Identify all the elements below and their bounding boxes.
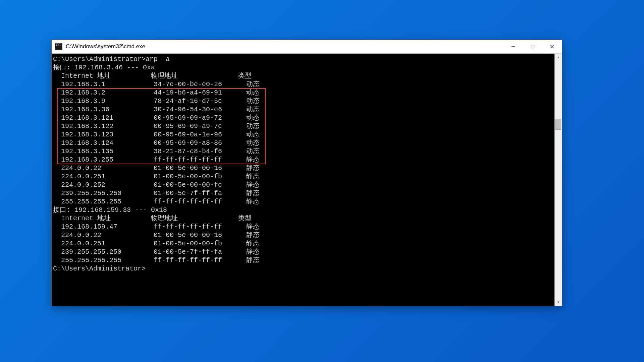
arp-row: 239.255.255.250 01-00-5e-7f-ff-fa 静态	[53, 248, 554, 256]
arp-row: 192.168.3.135 38-21-87-c8-b4-f6 动态	[53, 147, 554, 156]
arp-row: 255.255.255.255 ff-ff-ff-ff-ff-ff 静态	[53, 256, 554, 264]
arp-row: 192.168.3.124 00-95-69-09-a8-86 动态	[53, 139, 554, 147]
terminal-output[interactable]: C:\Users\Administrator>arp -a接口: 192.168…	[52, 54, 554, 306]
arp-row: 224.0.0.251 01-00-5e-00-00-fb 静态	[53, 172, 554, 181]
interface-header: 接口: 192.168.3.46 --- 0xa	[53, 63, 554, 72]
prompt-line: C:\Users\Administrator>arp -a	[53, 55, 554, 63]
close-button[interactable]	[542, 40, 562, 53]
arp-row: 239.255.255.250 01-00-5e-7f-ff-fa 静态	[53, 189, 554, 197]
vertical-scrollbar[interactable]: ▴ ▾	[554, 54, 562, 306]
cmd-window: C:\Windows\system32\cmd.exe C:\Users\Adm…	[51, 40, 562, 306]
minimize-button[interactable]	[503, 40, 523, 53]
arp-row: 192.168.3.255 ff-ff-ff-ff-ff-ff 静态	[53, 156, 554, 164]
arp-columns-header: Internet 地址 物理地址 类型	[53, 72, 554, 80]
arp-row: 224.0.0.251 01-00-5e-00-00-fb 静态	[53, 239, 554, 248]
prompt-line: C:\Users\Administrator>	[53, 264, 554, 273]
arp-row: 192.168.3.121 00-95-69-09-a9-72 动态	[53, 114, 554, 122]
scroll-down-arrow-icon[interactable]: ▾	[555, 299, 562, 306]
window-title: C:\Windows\system32\cmd.exe	[66, 43, 145, 50]
arp-row: 192.168.3.123 00-95-69-0a-1e-96 动态	[53, 130, 554, 139]
svg-rect-1	[531, 45, 534, 48]
interface-header: 接口: 192.168.159.33 --- 0x18	[53, 206, 554, 214]
arp-row: 224.0.0.22 01-00-5e-00-00-16 静态	[53, 231, 554, 239]
arp-row: 192.168.3.1 34-7e-00-be-e0-26 动态	[53, 80, 554, 88]
maximize-icon	[531, 45, 535, 49]
arp-row: 192.168.3.122 00-95-69-09-a9-7c 动态	[53, 122, 554, 130]
arp-row: 224.0.0.22 01-00-5e-00-00-16 静态	[53, 164, 554, 172]
window-controls	[503, 40, 562, 53]
titlebar-left: C:\Windows\system32\cmd.exe	[52, 43, 145, 50]
arp-row: 192.168.159.47 ff-ff-ff-ff-ff-ff 静态	[53, 223, 554, 231]
cmd-icon	[55, 43, 62, 50]
client-area: C:\Users\Administrator>arp -a接口: 192.168…	[52, 54, 562, 306]
minimize-icon	[511, 45, 515, 49]
arp-columns-header: Internet 地址 物理地址 类型	[53, 214, 554, 223]
scroll-thumb[interactable]	[555, 119, 561, 130]
arp-row: 224.0.0.252 01-00-5e-00-00-fc 静态	[53, 181, 554, 189]
maximize-button[interactable]	[523, 40, 542, 53]
titlebar[interactable]: C:\Windows\system32\cmd.exe	[52, 40, 562, 54]
arp-row: 255.255.255.255 ff-ff-ff-ff-ff-ff 静态	[53, 197, 554, 206]
arp-row: 192.168.3.9 78-24-af-16-d7-5c 动态	[53, 97, 554, 105]
close-icon	[550, 45, 554, 49]
arp-row: 192.168.3.36 30-74-96-54-30-e6 动态	[53, 105, 554, 114]
arp-row: 192.168.3.2 44-19-b6-a4-69-91 动态	[53, 88, 554, 97]
scroll-up-arrow-icon[interactable]: ▴	[555, 54, 562, 61]
